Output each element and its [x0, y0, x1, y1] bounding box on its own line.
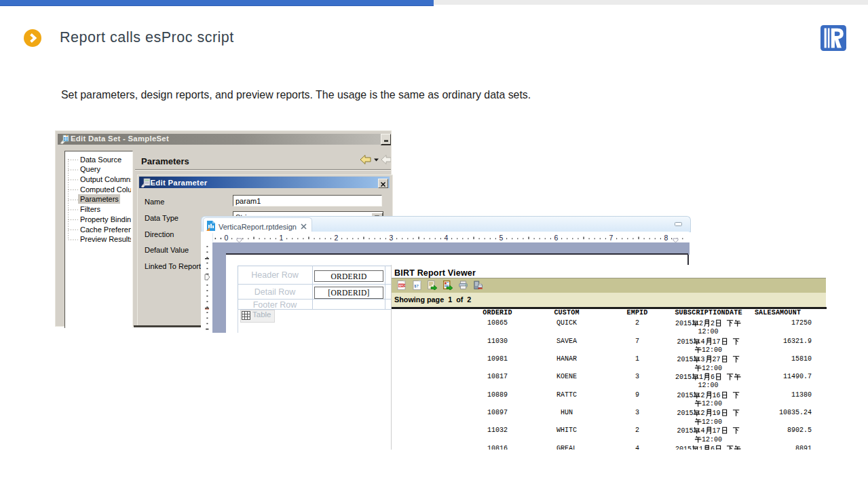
- svg-text:§?: §?: [414, 283, 419, 288]
- svg-text:6: 6: [554, 234, 559, 242]
- svg-text:5: 5: [499, 234, 504, 242]
- svg-text:2: 2: [335, 234, 339, 242]
- svg-text:1: 1: [280, 234, 284, 242]
- svg-text:0: 0: [225, 234, 229, 242]
- svg-text:7: 7: [609, 234, 614, 242]
- svg-text:4: 4: [445, 234, 449, 242]
- svg-text:8: 8: [664, 234, 668, 242]
- svg-text:3: 3: [390, 234, 394, 242]
- svg-text:TOC: TOC: [399, 284, 406, 287]
